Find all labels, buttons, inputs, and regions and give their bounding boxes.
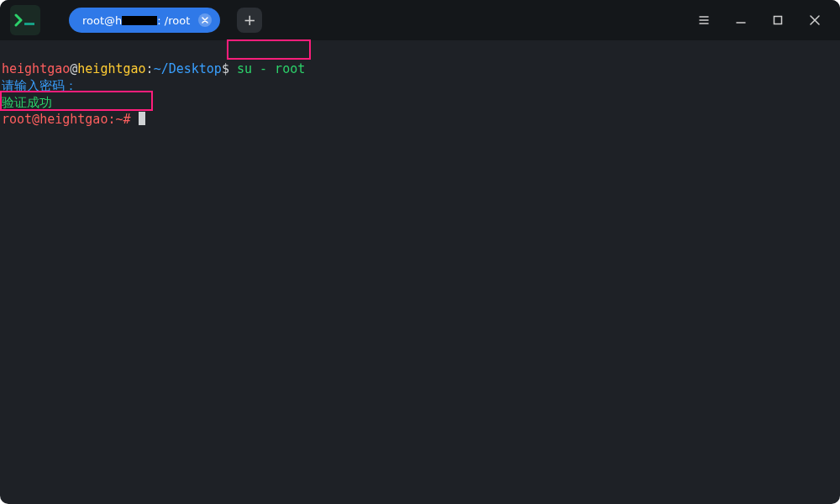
cursor-icon <box>139 112 145 125</box>
terminal-line: heightgao@heightgao:~/Desktop$ su - root <box>2 60 305 77</box>
terminal-line: 验证成功 <box>2 94 52 111</box>
plus-icon: + <box>244 13 256 28</box>
terminal-line: 请输入密码： <box>2 77 77 94</box>
close-button[interactable] <box>808 13 822 27</box>
tab-close-icon[interactable] <box>198 13 212 27</box>
minimize-button[interactable] <box>734 13 748 27</box>
svg-rect-0 <box>24 23 34 25</box>
maximize-button[interactable] <box>771 13 785 27</box>
new-tab-button[interactable]: + <box>237 8 262 33</box>
menu-button[interactable] <box>697 13 711 27</box>
window-controls <box>697 13 830 27</box>
titlebar: root@h: /root + <box>0 0 840 40</box>
tab-active[interactable]: root@h: /root <box>69 8 220 33</box>
app-logo-icon <box>10 5 40 35</box>
terminal-line: root@heightgao:~# <box>2 111 145 128</box>
svg-rect-1 <box>774 17 782 24</box>
terminal-window: root@h: /root + heightgao@heightgao:~/D <box>0 0 840 504</box>
redaction-block <box>122 16 157 25</box>
terminal-body[interactable]: heightgao@heightgao:~/Desktop$ su - root… <box>0 40 840 148</box>
tab-title: root@h: /root <box>82 14 190 27</box>
